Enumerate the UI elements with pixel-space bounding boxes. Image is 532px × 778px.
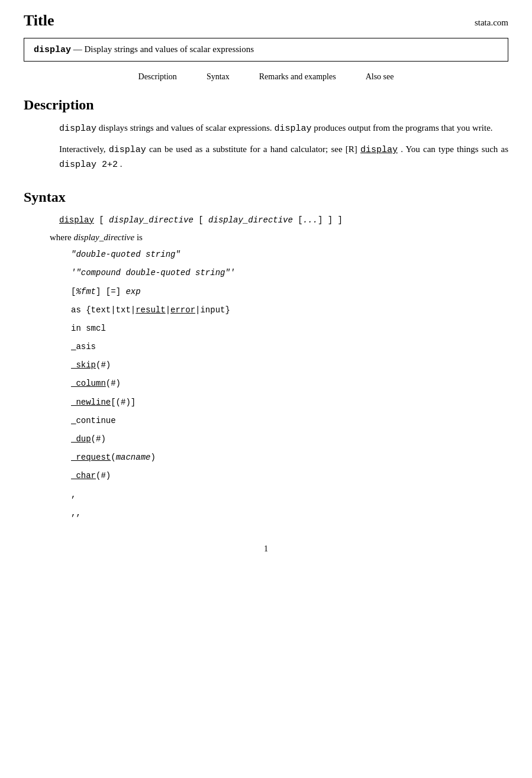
page-title: Title bbox=[24, 12, 54, 30]
title-command: display bbox=[34, 45, 71, 55]
title-description: Display strings and values of scalar exp… bbox=[85, 44, 254, 54]
syntax-where-italic: display_directive bbox=[73, 233, 134, 242]
syntax-dir-4: as {text|txt|result|error|input} bbox=[71, 303, 508, 318]
syntax-dir-5: in smcl bbox=[71, 321, 508, 336]
syntax-dir-9: _newline[(#)] bbox=[71, 395, 508, 410]
page-header: Title stata.com bbox=[24, 12, 508, 30]
syntax-dir-10: _continue bbox=[71, 414, 508, 428]
syntax-directive-1: display_directive bbox=[109, 215, 194, 225]
syntax-bracket-open2: [ bbox=[198, 215, 203, 225]
syntax-dir-7: _skip(#) bbox=[71, 358, 508, 373]
syntax-main-line: display [ display_directive [ display_di… bbox=[59, 214, 508, 227]
nav-bar: Description Syntax Remarks and examples … bbox=[24, 72, 508, 82]
syntax-dir-13: _char(#) bbox=[71, 469, 508, 483]
description-section: Description display displays strings and… bbox=[24, 97, 508, 172]
desc-text-3: can be used as a substitute for a hand c… bbox=[149, 144, 360, 154]
page-number-value: 1 bbox=[264, 544, 268, 553]
description-para1: display displays strings and values of s… bbox=[59, 121, 508, 135]
nav-description[interactable]: Description bbox=[138, 72, 177, 82]
syntax-heading: Syntax bbox=[24, 189, 508, 205]
desc-interactively: Interactively, bbox=[59, 144, 109, 154]
title-box-text: display — Display strings and values of … bbox=[34, 44, 254, 54]
desc-text-2: produces output from the programs that y… bbox=[314, 123, 492, 133]
desc-display-2: display bbox=[274, 124, 311, 134]
syntax-bracket-open: [ bbox=[99, 215, 104, 225]
title-dash: — bbox=[73, 44, 85, 54]
syntax-cmd: display bbox=[59, 215, 94, 225]
syntax-dir-1: "double-quoted string" bbox=[71, 247, 508, 262]
syntax-dir-2: '"compound double-quoted string"' bbox=[71, 266, 508, 280]
syntax-dir-6: _asis bbox=[71, 340, 508, 354]
description-para2: Interactively, display can be used as a … bbox=[59, 143, 508, 172]
syntax-section: Syntax display [ display_directive [ dis… bbox=[24, 189, 508, 521]
syntax-dir-11: _dup(#) bbox=[71, 432, 508, 447]
syntax-where-label: where bbox=[50, 233, 72, 242]
syntax-directive-2: display_directive bbox=[208, 215, 293, 225]
nav-remarks[interactable]: Remarks and examples bbox=[259, 72, 336, 82]
nav-also-see[interactable]: Also see bbox=[366, 72, 394, 82]
syntax-where-clause: where display_directive is bbox=[50, 233, 508, 243]
stata-com-label: stata.com bbox=[475, 18, 508, 28]
desc-display-ref: display bbox=[360, 145, 398, 155]
syntax-dir-15: ,, bbox=[71, 506, 508, 521]
syntax-dir-12: _request(macname) bbox=[71, 450, 508, 465]
desc-display-3: display bbox=[109, 145, 146, 155]
desc-example: display 2+2 bbox=[59, 160, 118, 170]
syntax-dir-8: _column(#) bbox=[71, 376, 508, 391]
description-heading: Description bbox=[24, 97, 508, 113]
syntax-dir-3: [%fmt] [=] exp bbox=[71, 285, 508, 299]
syntax-where-is: is bbox=[137, 233, 143, 242]
title-box: display — Display strings and values of … bbox=[24, 38, 508, 62]
syntax-dir-14: , bbox=[71, 488, 508, 502]
desc-text-1: displays strings and values of scalar ex… bbox=[99, 123, 275, 133]
desc-text-4: . You can type things such as bbox=[401, 144, 508, 154]
page-number: 1 bbox=[24, 544, 508, 554]
syntax-ellipsis: [...] ] ] bbox=[298, 215, 343, 225]
desc-text-5: . bbox=[120, 159, 122, 169]
nav-syntax[interactable]: Syntax bbox=[207, 72, 230, 82]
desc-display-1: display bbox=[59, 124, 96, 134]
